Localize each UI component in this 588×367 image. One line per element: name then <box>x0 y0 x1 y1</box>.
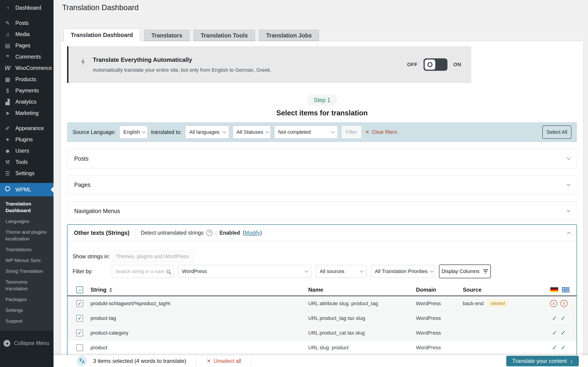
sidebar-item-label: WooCommerce <box>15 65 52 71</box>
collapse-menu-button[interactable]: ◀ Collapse Menu <box>0 337 54 350</box>
source-language-select[interactable]: English <box>119 126 147 139</box>
wpml-logo-icon <box>3 186 12 193</box>
sidebar-item-woocommerce[interactable]: WWooCommerce <box>0 63 54 74</box>
show-strings-input[interactable]: Themes, plugins and WordPress <box>112 250 194 263</box>
user-icon: ☻ <box>3 148 12 154</box>
translate-button-label: Translate your content <box>512 358 567 364</box>
translate-everything-info: Translate Everything Automatically Autom… <box>68 56 271 73</box>
pages-icon: ▤ <box>3 43 12 49</box>
cell-statuses: ✓✓ <box>550 329 577 337</box>
display-columns-button[interactable]: Display Columns <box>439 265 491 278</box>
strings-table-header: – String Name Domain Source <box>67 284 577 296</box>
sources-select[interactable]: All sources <box>316 265 366 278</box>
chevron-down-icon <box>567 209 571 212</box>
translation-filter-bar: Source Language: English translated to: … <box>67 122 577 142</box>
sidebar-item-tools[interactable]: ⚒Tools <box>0 157 54 168</box>
arrow-down-icon: ↓ <box>570 358 573 364</box>
unselect-all-link[interactable]: ✕ Unselect all <box>207 358 241 364</box>
sidebar-item-pages[interactable]: ▤Pages <box>0 40 54 51</box>
accordion-pages[interactable]: Pages <box>67 175 577 194</box>
sidebar-item-dashboard[interactable]: ◔Dashboard <box>0 2 54 14</box>
cell-name: URL product_cat tax slug <box>308 330 416 336</box>
divider <box>135 228 135 238</box>
sidebar-item-plugins[interactable]: ✦Plugins <box>0 134 54 145</box>
sidebar-item-posts[interactable]: ✎Posts <box>0 17 54 29</box>
string-search-input[interactable] <box>115 269 164 274</box>
domain-select[interactable]: WordPress <box>178 265 311 278</box>
comment-icon: ❝ <box>3 54 12 60</box>
filter-button[interactable]: Filter <box>341 126 361 139</box>
status-select[interactable]: All Statuses <box>233 126 270 139</box>
source-language-value: English <box>123 129 140 135</box>
page-title: Translation Dashboard <box>54 0 588 12</box>
sidebar-subitem-wpml-settings[interactable]: Settings <box>0 305 54 316</box>
select-all-checkbox[interactable]: – <box>76 286 83 293</box>
tab-translation-dashboard[interactable]: Translation Dashboard <box>64 28 140 41</box>
sidebar-subitem-wp-menus-sync[interactable]: WP Menus Sync <box>0 255 54 266</box>
clear-filters-link[interactable]: ✕ Clear filters <box>365 129 397 135</box>
row-checkbox[interactable]: ✓ <box>76 300 83 307</box>
row-checkbox[interactable] <box>76 344 83 351</box>
priorities-select[interactable]: All Translation Priorities <box>371 265 434 278</box>
sidebar-item-wpml[interactable]: WPML <box>0 183 54 196</box>
sidebar-subitem-translation-dashboard[interactable]: Translation Dashboard <box>0 199 54 216</box>
check-icon: ✓ <box>552 329 557 337</box>
sidebar-subitem-string-translation[interactable]: String Translation <box>0 266 54 277</box>
tab-translators[interactable]: Translators <box>144 30 189 41</box>
target-language-select[interactable]: All languages <box>185 126 229 139</box>
sidebar-item-label: Comments <box>15 54 41 60</box>
paren: ( <box>243 230 245 236</box>
cell-domain: WordPress <box>416 315 463 321</box>
sidebar-subitem-languages[interactable]: Languages <box>0 216 54 227</box>
sidebar-item-marketing[interactable]: ➤Marketing <box>0 108 54 119</box>
table-row: productURL slug: productWordPress✓✓ <box>67 340 577 355</box>
sidebar-item-label: Analytics <box>15 99 37 105</box>
tab-translation-jobs[interactable]: Translation Jobs <box>259 30 319 41</box>
cell-source: back-endviewed <box>463 300 550 307</box>
row-checkbox[interactable]: ✓ <box>76 330 83 336</box>
sidebar-item-comments[interactable]: ❝Comments <box>0 51 54 63</box>
woocommerce-icon: W <box>3 65 12 71</box>
sidebar-item-settings[interactable]: ☰Settings <box>0 168 54 179</box>
sidebar-item-payments[interactable]: $Payments <box>0 85 54 96</box>
sidebar-item-analytics[interactable]: ▟Analytics <box>0 96 54 108</box>
translate-everything-toggle[interactable] <box>424 58 448 71</box>
chevron-down-icon <box>430 269 434 273</box>
filter-by-label: Filter by: <box>73 268 107 275</box>
column-header-name: Name <box>308 287 416 293</box>
accordion-navigation-menus[interactable]: Navigation Menus <box>67 201 577 221</box>
sidebar-item-products[interactable]: ▦Products <box>0 74 54 85</box>
column-header-string[interactable]: String <box>90 287 308 293</box>
sidebar-item-media[interactable]: ♫Media <box>0 29 54 40</box>
modify-link[interactable]: Modify <box>245 230 260 236</box>
translate-your-content-button[interactable]: Translate your content ↓ <box>506 356 579 366</box>
dashboard-panel: Translate Everything Automatically Autom… <box>60 41 584 367</box>
toggle-on-label: ON <box>453 62 461 67</box>
sidebar-item-users[interactable]: ☻Users <box>0 145 54 157</box>
sidebar-item-appearance[interactable]: ✐Appearance <box>0 123 54 134</box>
sidebar-subitem-theme-localization[interactable]: Theme and plugins localization <box>0 227 54 244</box>
help-icon[interactable]: ? <box>206 230 212 236</box>
error-icon[interactable]: i <box>550 300 557 307</box>
tab-translation-tools[interactable]: Translation Tools <box>194 30 255 41</box>
check-icon: ✓ <box>552 344 557 351</box>
chevron-down-icon <box>305 269 309 273</box>
sidebar-subitem-taxonomy-translation[interactable]: Taxonomy translation <box>0 277 54 294</box>
accordion-posts[interactable]: Posts <box>67 149 577 168</box>
sources-select-value: All sources <box>320 268 344 274</box>
sliders-icon: ☰ <box>3 171 12 176</box>
selection-footer-bar: 3 items selected (4 words to translate) … <box>54 355 588 367</box>
sidebar-subitem-packages[interactable]: Packages <box>0 294 54 305</box>
strings-section-header[interactable]: Other texts (Strings) Detect untranslate… <box>67 225 577 241</box>
cell-domain: WordPress <box>416 345 463 351</box>
products-icon: ▦ <box>3 77 12 82</box>
select-all-button[interactable]: Select All <box>542 125 572 139</box>
paren: ) <box>260 230 262 236</box>
sidebar-subitem-support[interactable]: Support <box>0 316 54 326</box>
completion-select[interactable]: Not completed <box>274 126 338 139</box>
row-checkbox[interactable]: ✓ <box>76 315 83 322</box>
sidebar-subitem-translations[interactable]: Translations <box>0 244 54 255</box>
sidebar-item-label: Settings <box>15 170 34 176</box>
check-icon: ✓ <box>552 314 557 322</box>
error-icon[interactable]: i <box>560 300 568 307</box>
